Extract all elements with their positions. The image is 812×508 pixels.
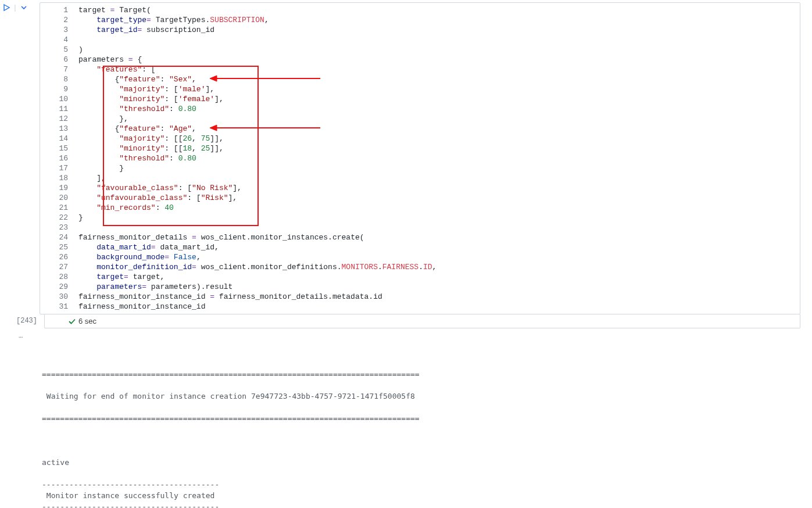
code-block: 1 target = Target( 2 target_type= Target… xyxy=(40,3,800,314)
output-line: ========================================… xyxy=(42,370,420,378)
run-icon[interactable] xyxy=(2,3,10,12)
output-line: --------------------------------------- xyxy=(42,502,219,508)
output-line: --------------------------------------- xyxy=(42,480,219,489)
exec-row: [243] 6 sec xyxy=(0,317,812,331)
exec-bar: 6 sec xyxy=(44,314,800,328)
svg-marker-0 xyxy=(4,5,9,10)
code-cell: | 1 target = Target( 2 target_type= Targ… xyxy=(0,0,812,317)
notebook: | 1 target = Target( 2 target_type= Targ… xyxy=(0,0,812,508)
output-line: ========================================… xyxy=(42,414,420,423)
collapsed-output-indicator[interactable]: … xyxy=(0,331,812,346)
exec-count: [243] xyxy=(0,317,44,325)
output-line: Waiting for end of monitor instance crea… xyxy=(42,392,415,400)
exec-status: 6 sec xyxy=(45,317,96,325)
exec-time: 6 sec xyxy=(78,317,96,325)
check-icon xyxy=(68,317,76,325)
cell-gutter: | xyxy=(0,0,40,12)
chevron-down-icon[interactable] xyxy=(20,3,28,12)
output-line: active xyxy=(42,458,69,467)
divider: | xyxy=(13,3,17,12)
code-input[interactable]: 1 target = Target( 2 target_type= Target… xyxy=(40,2,800,314)
code-line: 1 target = Target( xyxy=(40,5,800,15)
output-line: Monitor instance successfully created xyxy=(42,491,219,500)
line-number: 1 xyxy=(40,5,78,15)
cell-output: ========================================… xyxy=(42,357,800,508)
